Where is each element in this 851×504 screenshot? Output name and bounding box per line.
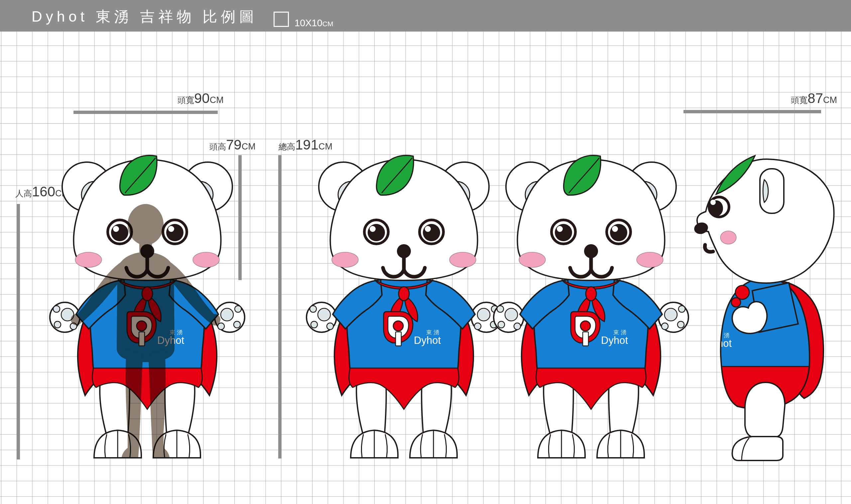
head-width-side-label: 頭寬87CM xyxy=(791,90,837,106)
page-title: Dyhot 東湧 吉祥物 比例圖 xyxy=(32,7,258,26)
mascot-front-with-human-scale xyxy=(44,149,250,462)
mascot-front-view xyxy=(301,149,507,462)
total-height-dimension-bar xyxy=(278,155,282,458)
person-height-dimension-bar xyxy=(17,204,20,460)
grid-scale-label: 10X10CM xyxy=(295,18,333,29)
head-width-front-dimension-bar xyxy=(73,111,218,114)
mascot-front-view-2 xyxy=(488,149,694,462)
grid-scale-square xyxy=(273,12,289,27)
title-bar: Dyhot 東湧 吉祥物 比例圖 10X10CM xyxy=(0,0,851,32)
proportion-sheet: 東湧 Dyhot xyxy=(0,0,851,504)
mascot-side-view xyxy=(696,151,839,462)
head-width-side-dimension-bar xyxy=(684,110,821,113)
head-width-front-label: 頭寬90CM xyxy=(178,90,224,106)
